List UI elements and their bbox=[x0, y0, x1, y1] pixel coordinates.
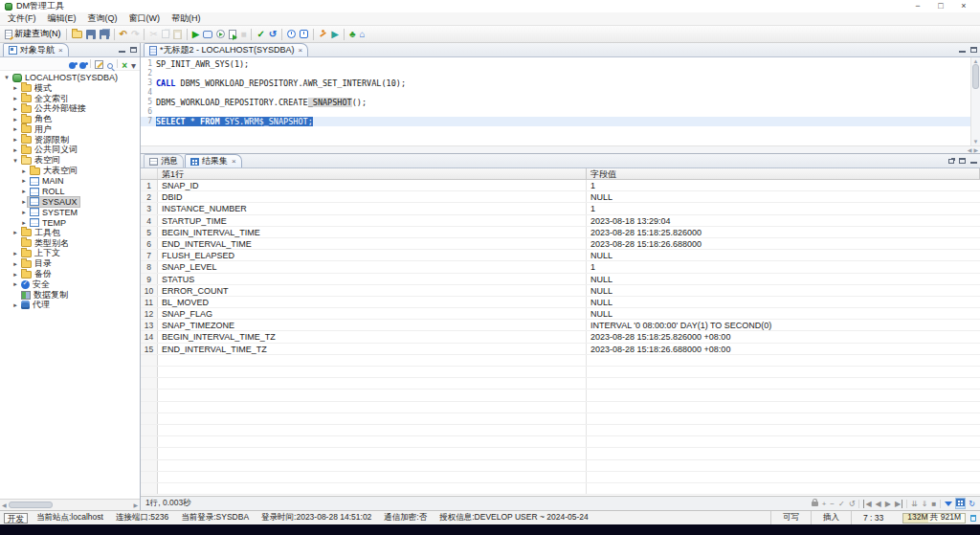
tree-expander-icon[interactable]: ▸ bbox=[20, 187, 28, 196]
tree-item[interactable]: ▸MAIN bbox=[0, 176, 140, 187]
close-icon[interactable]: × bbox=[299, 46, 303, 55]
commit-button[interactable]: ✓ bbox=[255, 27, 266, 42]
sync-selection-icon[interactable] bbox=[79, 56, 86, 73]
table-row[interactable]: 10ERROR_COUNTNULL bbox=[141, 285, 980, 297]
minimize-panel-icon[interactable] bbox=[959, 47, 966, 53]
filter-icon[interactable] bbox=[945, 500, 952, 508]
stop-button[interactable]: ■ bbox=[238, 27, 248, 42]
editor-vscrollbar[interactable]: ▲ ▼ bbox=[970, 57, 980, 145]
column-header[interactable]: 第1行 bbox=[158, 168, 587, 179]
editor-line[interactable]: 3CALL DBMS_WORKLOAD_REPOSITORY.AWR_SET_I… bbox=[141, 78, 970, 88]
grid-view-icon[interactable] bbox=[956, 499, 965, 508]
restore-panel-icon[interactable] bbox=[948, 159, 954, 164]
save-changes-icon[interactable]: ✓ bbox=[838, 500, 845, 508]
tree-expander-icon[interactable]: ▸ bbox=[20, 208, 28, 217]
pause-fetch-icon[interactable]: ■ bbox=[931, 500, 936, 508]
monitor-button[interactable] bbox=[317, 27, 329, 42]
rollback-button[interactable]: ↺ bbox=[267, 27, 278, 42]
scroll-thumb[interactable] bbox=[972, 64, 979, 89]
save-all-button[interactable] bbox=[98, 27, 111, 42]
cut-button[interactable]: ✂ bbox=[147, 27, 159, 42]
maximize-panel-icon[interactable] bbox=[130, 47, 137, 53]
schedule-button[interactable] bbox=[285, 27, 298, 42]
tree-expander-icon[interactable]: ▾ bbox=[3, 73, 11, 82]
tree-item[interactable]: ▸SYSTEM bbox=[0, 207, 140, 217]
tree-expander-icon[interactable]: ▸ bbox=[20, 167, 28, 176]
analyze-button[interactable]: ♣ bbox=[347, 27, 358, 42]
table-row[interactable]: 6END_INTERVAL_TIME2023-08-28 15:18:26.68… bbox=[141, 238, 980, 250]
editor-hscrollbar[interactable]: ◀ ▶ bbox=[141, 145, 980, 153]
menu-item-1[interactable]: 编辑(E) bbox=[42, 12, 82, 25]
scroll-right-icon[interactable]: ▶ bbox=[133, 502, 138, 508]
tree-expander-icon[interactable]: ▸ bbox=[11, 301, 19, 310]
cancel-changes-icon[interactable]: ↺ bbox=[849, 500, 856, 508]
editor-line[interactable]: 5DBMS_WORKLOAD_REPOSITORY.CREATE_SNAPSHO… bbox=[141, 98, 970, 107]
redo-button[interactable]: ↷ bbox=[129, 27, 141, 42]
first-row-icon[interactable]: ◀ bbox=[863, 500, 871, 508]
maximize-button[interactable]: □ bbox=[929, 0, 952, 12]
tree-item[interactable]: 数据复制 bbox=[0, 290, 140, 301]
next-row-icon[interactable]: ▶ bbox=[885, 500, 891, 508]
tree-expander-icon[interactable]: ▾ bbox=[11, 156, 19, 166]
menu-item-4[interactable]: 帮助(H) bbox=[166, 12, 207, 25]
refresh-icon[interactable]: ↻ bbox=[969, 500, 975, 508]
scroll-left-icon[interactable]: ◀ bbox=[2, 502, 7, 508]
editor-line[interactable]: 6 bbox=[141, 107, 970, 117]
tree-expander-icon[interactable]: ▸ bbox=[11, 104, 19, 114]
save-button[interactable] bbox=[84, 27, 98, 42]
tree-expander-icon[interactable]: ▸ bbox=[11, 115, 19, 124]
explain-plan-button[interactable] bbox=[227, 27, 238, 42]
lock-icon[interactable] bbox=[812, 499, 818, 508]
menu-item-2[interactable]: 查询(Q) bbox=[82, 12, 123, 25]
table-row[interactable]: 4STARTUP_TIME2023-08-18 13:29:04 bbox=[141, 215, 980, 227]
open-button[interactable] bbox=[70, 27, 84, 42]
prev-row-icon[interactable]: ◀ bbox=[876, 500, 881, 508]
scroll-left-icon[interactable]: ◀ bbox=[968, 146, 972, 153]
column-header[interactable]: 字段值 bbox=[587, 168, 980, 179]
minimize-panel-icon[interactable] bbox=[970, 158, 977, 164]
tree-item[interactable]: 类型别名 bbox=[0, 238, 140, 249]
collapse-all-icon[interactable]: × bbox=[122, 56, 127, 73]
tree-item[interactable]: ▸目录 bbox=[0, 258, 140, 269]
last-row-icon[interactable]: ▶ bbox=[895, 500, 902, 508]
tree-expander-icon[interactable]: ▸ bbox=[11, 249, 19, 258]
transfer-button[interactable]: ▶ bbox=[329, 27, 341, 42]
locate-object-icon[interactable] bbox=[69, 56, 76, 73]
undo-button[interactable]: ↶ bbox=[118, 27, 129, 42]
paste-button[interactable] bbox=[171, 27, 184, 42]
tree-expander-icon[interactable]: ▸ bbox=[11, 279, 19, 289]
tree-expander-icon[interactable]: ▸ bbox=[11, 124, 19, 134]
fetch-next-icon[interactable]: ⇊ bbox=[911, 500, 918, 508]
tab-result-set[interactable]: 结果集 × bbox=[185, 154, 242, 167]
table-row[interactable]: 2DBIDNULL bbox=[141, 191, 980, 203]
scroll-thumb[interactable] bbox=[9, 502, 53, 508]
minimize-panel-icon[interactable] bbox=[119, 47, 125, 53]
editor-line[interactable]: 2 bbox=[141, 69, 970, 78]
tree-expander-icon[interactable]: ▸ bbox=[20, 197, 28, 207]
menu-item-0[interactable]: 文件(F) bbox=[2, 12, 42, 25]
tree-item[interactable]: ▸公共同义词 bbox=[0, 145, 140, 156]
table-row[interactable]: 12SNAP_FLAGNULL bbox=[141, 308, 980, 320]
job-button[interactable] bbox=[298, 27, 310, 42]
tree-item[interactable]: ▸角色 bbox=[0, 114, 140, 124]
scroll-right-icon[interactable]: ▶ bbox=[973, 146, 978, 153]
tab-object-navigator[interactable]: 对象导航 × bbox=[3, 43, 69, 56]
tree-expander-icon[interactable]: ▸ bbox=[11, 83, 19, 93]
table-row[interactable]: 8SNAP_LEVEL1 bbox=[141, 261, 980, 273]
tree-item[interactable]: ▸备份 bbox=[0, 269, 140, 279]
close-icon[interactable]: × bbox=[232, 157, 236, 166]
table-row[interactable]: 7FLUSH_ELAPSEDNULL bbox=[141, 250, 980, 261]
close-button[interactable]: × bbox=[952, 0, 975, 12]
editor-line[interactable]: 1SP_INIT_AWR_SYS(1); bbox=[141, 59, 970, 69]
tree-expander-icon[interactable]: ▸ bbox=[11, 270, 19, 279]
tree-expander-icon[interactable]: ▸ bbox=[11, 145, 19, 155]
fetch-all-icon[interactable]: ⇓ bbox=[922, 500, 928, 508]
menu-item-3[interactable]: 窗口(W) bbox=[123, 12, 167, 25]
sql-code-area[interactable]: 1SP_INIT_AWR_SYS(1);23CALL DBMS_WORKLOAD… bbox=[141, 57, 970, 145]
tree-expander-icon[interactable]: ▸ bbox=[11, 94, 19, 103]
tree-expander-icon[interactable]: ▸ bbox=[11, 135, 19, 145]
view-menu-icon[interactable]: ▾ bbox=[131, 56, 136, 73]
table-row[interactable]: 11BL_MOVEDNULL bbox=[141, 297, 980, 308]
tree-expander-icon[interactable]: ▸ bbox=[20, 176, 28, 186]
execute-to-cursor-button[interactable] bbox=[214, 27, 227, 42]
